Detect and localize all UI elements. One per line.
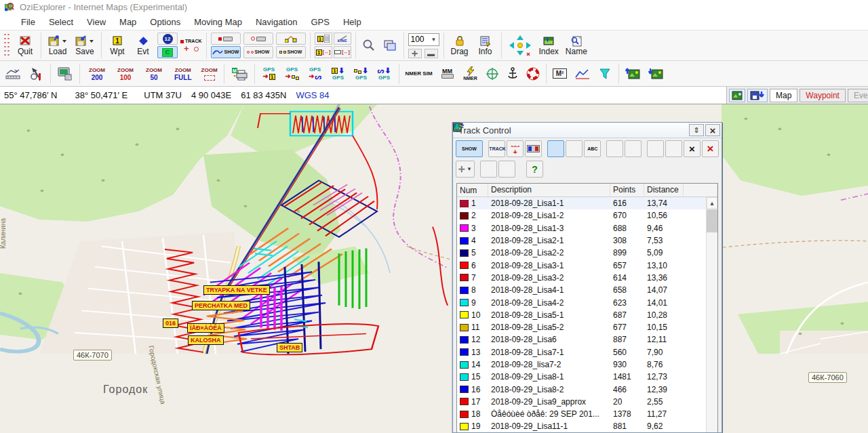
load-button[interactable]: Load: [44, 31, 71, 60]
zoom-window-button[interactable]: ZOOM: [198, 62, 221, 85]
save-position-button[interactable]: [747, 89, 768, 102]
table-row[interactable]: 6 2018-09-28_Lisa3-1 657 13,10: [457, 259, 706, 271]
wp-list-button[interactable]: 1: [315, 33, 332, 45]
name-search-button[interactable]: Name: [562, 31, 591, 60]
abc-label-button[interactable]: ABC: [584, 140, 601, 157]
toolbar-grip[interactable]: [3, 33, 10, 58]
save-all-tracks-button[interactable]: [625, 140, 642, 157]
route-show-button[interactable]: SHOW: [276, 46, 306, 58]
menu-item[interactable]: Help: [337, 15, 368, 29]
zoom-in-button[interactable]: ✛: [408, 49, 422, 58]
mob-button[interactable]: [523, 62, 543, 85]
table-row[interactable]: 19 2018-09-29_Lisa11-1 881 9,62: [457, 420, 706, 432]
track-show-button[interactable]: SHOW: [211, 46, 241, 58]
wp-distance-button[interactable]: 1[↔]: [315, 46, 332, 58]
menu-item[interactable]: Navigation: [250, 15, 303, 29]
profile-button[interactable]: [571, 62, 594, 85]
nmea-sim-button[interactable]: NMER SIM: [402, 62, 436, 85]
waypoint-label[interactable]: PERCHATKA MED: [192, 301, 250, 310]
track-to-gps-button[interactable]: ᔕ⬇ GPS: [373, 62, 396, 85]
pan-control[interactable]: [505, 31, 536, 60]
tab-event[interactable]: Event: [848, 89, 868, 102]
table-row[interactable]: 13 2018-09-28_Lisa7-1 560 7,90: [457, 346, 706, 358]
map-tools-button[interactable]: [24, 62, 47, 85]
waypoint-button[interactable]: 1 Wpt: [104, 31, 130, 60]
help-button[interactable]: ?: [526, 161, 543, 178]
scrollbar-thumb[interactable]: [707, 209, 717, 232]
gps-to-track-button[interactable]: GPS ➜ᔕ: [304, 62, 327, 85]
clear-track-button[interactable]: ×: [684, 140, 701, 157]
menu-item[interactable]: Moving Map: [188, 15, 248, 29]
route-to-gps-button[interactable]: ⬇ GPS: [350, 62, 373, 85]
table-scrollbar[interactable]: ▲: [706, 197, 717, 432]
table-row[interactable]: 7 2018-09-28_Lisa3-2 614 13,36: [457, 272, 706, 284]
dialog-titlebar[interactable]: Track Control ⇕ ×: [453, 123, 722, 138]
menu-item[interactable]: View: [81, 15, 112, 29]
nmea-button[interactable]: NMER: [459, 62, 482, 85]
screen-button[interactable]: [54, 62, 77, 85]
gps-to-wp-button[interactable]: GPS ➜1: [258, 62, 281, 85]
menu-item[interactable]: GPS: [304, 15, 335, 29]
table-row[interactable]: 9 2018-09-28_Lisa4-2 623 14,01: [457, 296, 706, 308]
zoom-preset-button[interactable]: ZOOM 50: [142, 62, 165, 85]
track-show-toggle[interactable]: SHOW: [456, 140, 483, 157]
table-row[interactable]: 1 2018-09-28_Lisa1-1 616 13,74: [457, 197, 706, 209]
index-button[interactable]: I Index: [536, 31, 562, 60]
move-down-button[interactable]: [498, 161, 515, 178]
scroll-up-icon[interactable]: ▲: [707, 197, 717, 209]
map-view-button[interactable]: [379, 31, 401, 60]
table-row[interactable]: 16 2018-09-29_Lisa8-2 466 12,39: [457, 383, 706, 395]
track-color-bar-button[interactable]: [525, 140, 542, 157]
position-button[interactable]: [482, 62, 502, 85]
waypoint-display-button[interactable]: [243, 33, 273, 45]
wp-number-button[interactable]: 12: [157, 33, 178, 45]
quit-button[interactable]: Quit: [12, 31, 38, 60]
print-button[interactable]: M: [227, 62, 252, 85]
event-button[interactable]: Evt: [130, 31, 156, 60]
table-row[interactable]: 8 2018-09-28_Lisa4-1 658 14,07: [457, 284, 706, 296]
save-button[interactable]: Save: [71, 31, 98, 60]
waypoint-label[interactable]: SHTAB: [277, 343, 302, 352]
table-row[interactable]: 17 2018-09-29_Lisa9_approx 20 2,55: [457, 396, 706, 408]
zoom-preset-button[interactable]: ZOOM FULL: [171, 62, 195, 85]
drag-button[interactable]: Drag: [447, 31, 473, 60]
delete-track-button[interactable]: ×: [702, 140, 719, 157]
line-button[interactable]: LINE: [334, 33, 351, 45]
line-distance-button[interactable]: [↔]: [334, 46, 351, 58]
route-edit-button[interactable]: [276, 33, 306, 45]
track-properties-button[interactable]: [665, 140, 682, 157]
tab-map[interactable]: Map: [770, 89, 797, 102]
waypoint-show-button[interactable]: SHOW: [243, 46, 273, 58]
table-row[interactable]: 10 2018-09-28_Lisa5-1 687 10,28: [457, 309, 706, 321]
track-display-button[interactable]: [211, 33, 241, 45]
map-image-button[interactable]: [729, 89, 745, 102]
map-ruler-button[interactable]: [1, 62, 24, 85]
move-up-button[interactable]: [480, 161, 497, 178]
waypoint-label[interactable]: 016: [163, 318, 178, 328]
waypoint-label[interactable]: ÏÅÐ×ÀÒÊÀ: [187, 323, 224, 333]
zoom-level-select[interactable]: 100▼: [408, 33, 439, 46]
image-up-button[interactable]: [622, 62, 645, 85]
table-row[interactable]: 18 Òåêóùèé òðåê: 29 SEP 201... 1378 11,2…: [457, 408, 706, 420]
filter-button[interactable]: [594, 62, 616, 85]
anchor-button[interactable]: [502, 62, 523, 85]
map-canvas[interactable]: TRYAPKA NA VETKE PERCHATKA MED 016 ÏÅÐ×À…: [0, 104, 868, 433]
save-track-button[interactable]: [606, 140, 623, 157]
point-tool-button[interactable]: [566, 140, 583, 157]
track-points-button[interactable]: ▪-▪-▪ +: [507, 140, 524, 157]
table-row[interactable]: 12 2018-09-28_Lisa6 887 12,11: [457, 333, 706, 346]
header-num[interactable]: Num: [457, 184, 488, 197]
table-row[interactable]: 2 2018-09-28_Lisa1-2 670 10,56: [457, 209, 706, 222]
close-button[interactable]: ×: [705, 124, 720, 136]
track-mode-button[interactable]: TRACK: [488, 140, 505, 157]
area-button[interactable]: M²: [549, 62, 571, 85]
table-row[interactable]: 4 2018-09-28_Lisa2-1 308 7,53: [457, 234, 706, 247]
track-list-button[interactable]: [647, 140, 664, 157]
menu-item[interactable]: Select: [43, 15, 79, 29]
tab-waypoint[interactable]: Waypoint: [800, 89, 846, 102]
menu-item[interactable]: Options: [144, 15, 186, 29]
gps-to-route-button[interactable]: GPS ➜: [281, 62, 304, 85]
image-down-button[interactable]: [645, 62, 668, 85]
table-row[interactable]: 11 2018-09-28_Lisa5-2 677 10,15: [457, 321, 706, 333]
moving-map-button[interactable]: MM: [436, 62, 459, 85]
